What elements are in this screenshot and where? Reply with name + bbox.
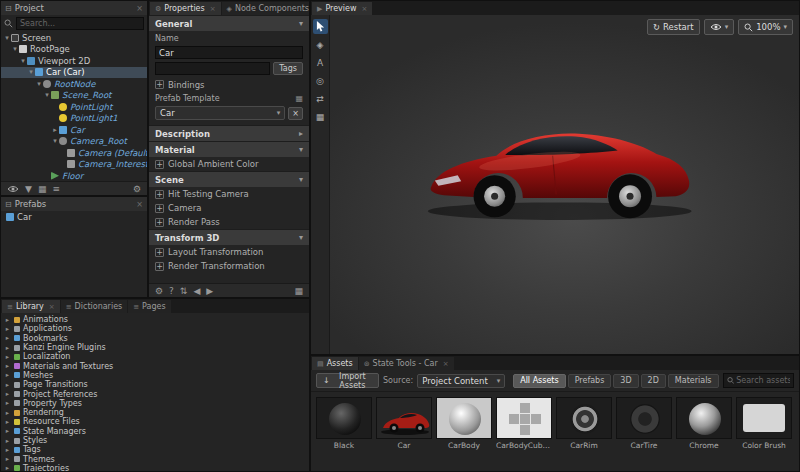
expand-arrow[interactable]: ▸: [4, 399, 11, 407]
filter-all-assets[interactable]: All Assets: [513, 374, 566, 388]
library-item-meshes[interactable]: ▸Meshes: [1, 371, 309, 380]
expand-arrow[interactable]: ▸: [4, 437, 11, 445]
prefab-item-car[interactable]: Car: [1, 211, 147, 223]
tree-item-car[interactable]: ▸Car: [1, 124, 147, 136]
filter-materials[interactable]: Materials: [668, 374, 719, 388]
tree-item-floor[interactable]: Floor: [1, 170, 147, 181]
filter-icon[interactable]: ▼: [25, 184, 32, 194]
add-icon[interactable]: +: [155, 262, 164, 271]
text-tool[interactable]: A: [313, 55, 328, 70]
property-render-pass[interactable]: +Render Pass: [149, 215, 309, 229]
library-item-kanzi-engine-plugins[interactable]: ▸Kanzi Engine Plugins: [1, 343, 309, 352]
move-tool[interactable]: ⇄: [313, 91, 328, 106]
property-layout-transformation[interactable]: +Layout Transformation: [149, 245, 309, 259]
expand-arrow[interactable]: ▾: [35, 80, 43, 88]
library-item-resource-files[interactable]: ▸Resource Files: [1, 417, 309, 426]
target-tool[interactable]: ◎: [313, 73, 328, 88]
forward-icon[interactable]: ▶: [206, 286, 213, 296]
tab-node-components[interactable]: ◈Node Components×: [222, 2, 310, 15]
property-global-ambient-color[interactable]: +Global Ambient Color: [149, 157, 309, 171]
add-icon[interactable]: +: [155, 80, 164, 89]
tree-item-camera-default[interactable]: Camera (Default): [1, 147, 147, 159]
asset-carbodycubema[interactable]: CarBodyCubema...: [496, 397, 552, 450]
library-item-project-references[interactable]: ▸Project References: [1, 389, 309, 398]
expand-arrow[interactable]: ▾: [3, 34, 11, 42]
asset-car[interactable]: Car: [376, 397, 432, 450]
tree-item-car-car[interactable]: ▾Car (Car): [1, 67, 147, 79]
section-description[interactable]: Description▸: [149, 125, 309, 141]
back-icon[interactable]: ◀: [193, 286, 200, 296]
template-icon[interactable]: ▦: [295, 94, 303, 103]
asset-cartire[interactable]: CarTire: [616, 397, 672, 450]
property-camera[interactable]: +Camera: [149, 201, 309, 215]
filter-2d[interactable]: 2D: [641, 374, 666, 388]
tree-item-camera-root[interactable]: ▾Camera_Root: [1, 136, 147, 148]
tree-item-pointlight[interactable]: PointLight: [1, 101, 147, 113]
list-view-icon[interactable]: ≡: [52, 184, 60, 194]
grid-tool[interactable]: ▦: [313, 109, 328, 124]
library-item-trajectories[interactable]: ▸Trajectories: [1, 464, 309, 472]
expand-arrow[interactable]: ▸: [4, 418, 11, 426]
clear-template-button[interactable]: ×: [288, 107, 303, 120]
expand-arrow[interactable]: ▸: [4, 316, 11, 324]
tab-assets[interactable]: ▤Assets: [312, 357, 358, 370]
layout-icon[interactable]: ▦: [294, 286, 303, 296]
close-icon[interactable]: ×: [136, 200, 143, 209]
library-item-state-managers[interactable]: ▸State Managers: [1, 427, 309, 436]
tags-input[interactable]: [155, 62, 270, 75]
settings-icon[interactable]: ⚙: [133, 184, 141, 194]
asset-carbody[interactable]: CarBody: [436, 397, 492, 450]
expand-arrow[interactable]: ▸: [4, 446, 11, 454]
library-item-page-transitions[interactable]: ▸Page Transitions: [1, 380, 309, 389]
bindings-row[interactable]: +Bindings: [155, 78, 303, 91]
expand-arrow[interactable]: ▾: [19, 57, 27, 65]
expand-arrow[interactable]: ▸: [4, 464, 11, 472]
select-tool[interactable]: [313, 19, 328, 34]
close-icon[interactable]: ×: [136, 4, 143, 13]
library-item-rendering[interactable]: ▸Rendering: [1, 408, 309, 417]
library-item-animations[interactable]: ▸Animations: [1, 315, 309, 324]
asset-carrim[interactable]: CarRim: [556, 397, 612, 450]
close-icon[interactable]: ×: [210, 5, 216, 13]
zoom-control[interactable]: 100%▾: [738, 19, 793, 35]
tree-item-rootnode[interactable]: ▾RootNode: [1, 78, 147, 90]
tree-item-pointlight1[interactable]: PointLight1: [1, 113, 147, 125]
section-material[interactable]: Material▾: [149, 141, 309, 157]
assets-search-input[interactable]: [736, 376, 790, 385]
pan-tool[interactable]: ◈: [313, 37, 328, 52]
filter-3d[interactable]: 3D: [613, 374, 638, 388]
visibility-icon[interactable]: [7, 185, 19, 193]
expand-arrow[interactable]: ▸: [4, 427, 11, 435]
library-item-tags[interactable]: ▸Tags: [1, 445, 309, 454]
add-icon[interactable]: +: [155, 218, 164, 227]
tree-item-scene-root[interactable]: ▾Scene_Root: [1, 90, 147, 102]
expand-arrow[interactable]: ▸: [4, 362, 11, 370]
library-item-styles[interactable]: ▸Styles: [1, 436, 309, 445]
tab-dictionaries[interactable]: ≡Dictionaries: [61, 300, 127, 313]
library-item-bookmarks[interactable]: ▸Bookmarks: [1, 334, 309, 343]
source-select[interactable]: Project Content▾: [417, 374, 505, 388]
add-icon[interactable]: +: [155, 204, 164, 213]
section-transform-3d[interactable]: Transform 3D▾: [149, 229, 309, 245]
expand-arrow[interactable]: ▾: [43, 91, 51, 99]
library-item-localization[interactable]: ▸Localization: [1, 352, 309, 361]
settings-icon[interactable]: ⚙: [155, 286, 163, 296]
expand-arrow[interactable]: ▸: [4, 334, 11, 342]
help-icon[interactable]: ?: [169, 286, 174, 296]
asset-color-brush[interactable]: Color Brush: [736, 397, 792, 450]
tab-library[interactable]: ≡Library×: [2, 300, 60, 313]
tree-item-rootpage[interactable]: ▾RootPage: [1, 44, 147, 56]
import-assets-button[interactable]: ↓Import Assets: [316, 373, 379, 388]
property-render-transformation[interactable]: +Render Transformation: [149, 259, 309, 273]
prefab-template-select[interactable]: Car▾: [155, 106, 285, 120]
expand-arrow[interactable]: ▸: [4, 325, 11, 333]
project-search-input[interactable]: [16, 17, 144, 30]
tab-properties[interactable]: ⚙Properties×: [150, 2, 221, 15]
restart-button[interactable]: ↻Restart: [647, 19, 700, 35]
close-icon[interactable]: ×: [362, 5, 368, 13]
expand-arrow[interactable]: ▸: [4, 371, 11, 379]
asset-chrome[interactable]: Chrome: [676, 397, 732, 450]
add-icon[interactable]: +: [155, 160, 164, 169]
tags-button[interactable]: Tags: [273, 62, 303, 75]
expand-arrow[interactable]: ▾: [11, 45, 19, 53]
